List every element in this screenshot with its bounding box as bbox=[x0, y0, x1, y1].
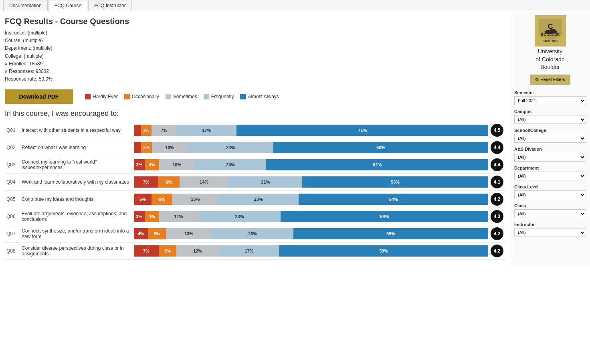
question-text: Reflect on what I was learning bbox=[20, 139, 132, 156]
bar-segment: 13% bbox=[166, 228, 212, 239]
score-badge: 4.2 bbox=[491, 193, 503, 206]
bar-segment: 4% bbox=[134, 228, 148, 239]
bar-segment: 13% bbox=[172, 194, 218, 205]
bar-segment: 7% bbox=[134, 245, 159, 257]
filter-label: A&S Division bbox=[514, 147, 586, 152]
score-badge: 4.4 bbox=[491, 141, 503, 154]
bar-segment: 60% bbox=[273, 142, 488, 153]
cu-shield-icon: C BOULDER Reset Filters bbox=[535, 15, 566, 47]
reset-btn-area: ⊗ Reset Filters bbox=[514, 75, 586, 85]
question-id: Q01 bbox=[5, 122, 20, 139]
bar-segment: 14% bbox=[180, 176, 229, 188]
bar-segment: 4% bbox=[145, 159, 159, 170]
filter-select-instructor[interactable]: (All) bbox=[514, 228, 586, 237]
bar-segment: 71% bbox=[236, 125, 488, 136]
question-id: Q05 bbox=[5, 191, 20, 208]
bar-segment: 3% bbox=[134, 159, 145, 170]
logo-area: C BOULDER Reset Filters Universityof Col… bbox=[514, 15, 586, 85]
sometimes-swatch bbox=[166, 94, 171, 99]
filter-group-a-s-division: A&S Division(All) bbox=[514, 147, 586, 162]
bar-segment bbox=[134, 142, 141, 153]
bar-cell: 3%7%17%71% 4.5 bbox=[132, 122, 505, 139]
filter-select-department[interactable]: (All) bbox=[514, 172, 586, 180]
bar-segment: 62% bbox=[266, 159, 488, 170]
tab-documentation[interactable]: Documentation bbox=[3, 0, 48, 11]
filter-label: Semester bbox=[514, 90, 586, 95]
content-area: FCQ Results - Course Questions Instructo… bbox=[0, 11, 510, 265]
bar-segment: 7% bbox=[134, 176, 158, 188]
bar-container: 7%5%12%17%59% 4.2 bbox=[134, 244, 503, 258]
filter-select-a-s-division[interactable]: (All) bbox=[514, 153, 586, 162]
bar-container: 4%5%13%23%55% 4.2 bbox=[134, 227, 503, 241]
bar-segment: 23% bbox=[198, 211, 281, 222]
bar-segment: 24% bbox=[188, 142, 273, 153]
sidebar: C BOULDER Reset Filters Universityof Col… bbox=[510, 11, 590, 265]
question-id: Q08 bbox=[5, 243, 20, 260]
filter-select-semester[interactable]: Fall 2021 bbox=[514, 96, 586, 105]
legend-occasionally-label: Occasionally bbox=[132, 94, 159, 99]
filter-select-campus[interactable]: (All) bbox=[514, 115, 586, 124]
frequently-swatch bbox=[204, 94, 209, 99]
info-rate: Response rate: 50.0% bbox=[5, 75, 505, 83]
chart-table: Q01 Interact with other students in a re… bbox=[5, 122, 505, 260]
bar-segment: 11% bbox=[159, 211, 198, 222]
bar-cell: 3%10%24%60% 4.4 bbox=[132, 139, 505, 156]
filter-group-school-college: School/College(All) bbox=[514, 128, 586, 143]
filter-select-school-college[interactable]: (All) bbox=[514, 134, 586, 143]
bar-segment: 54% bbox=[299, 194, 488, 205]
score-badge: 4.4 bbox=[491, 158, 503, 171]
page-title: FCQ Results - Course Questions bbox=[5, 17, 505, 26]
score-badge: 4.2 bbox=[491, 245, 503, 257]
question-text: Connect, synthesize, and/or transform id… bbox=[20, 225, 132, 243]
question-text: Connect my learning to "real world" issu… bbox=[20, 156, 132, 174]
filter-label: Class bbox=[514, 203, 586, 208]
table-row: Q07 Connect, synthesize, and/or transfor… bbox=[5, 225, 505, 243]
bar-segment: 10% bbox=[159, 159, 195, 170]
table-row: Q01 Interact with other students in a re… bbox=[5, 122, 505, 139]
question-id: Q03 bbox=[5, 156, 20, 174]
filter-group-department: Department(All) bbox=[514, 166, 586, 180]
reset-filters-button[interactable]: ⊗ Reset Filters bbox=[530, 75, 570, 85]
filter-label: Instructor bbox=[514, 222, 586, 227]
tab-bar: Documentation FCQ Course FCQ Instructor bbox=[0, 0, 590, 11]
bar-container: 3%4%11%23%58% 4.3 bbox=[134, 210, 503, 223]
occasionally-swatch bbox=[124, 94, 130, 99]
filter-icon: ⊗ bbox=[535, 77, 539, 82]
question-text: Consider diverse perspectives during cla… bbox=[20, 243, 132, 260]
table-row: Q08 Consider diverse perspectives during… bbox=[5, 243, 505, 260]
bar-cell: 3%4%11%23%58% 4.3 bbox=[132, 208, 505, 225]
filter-group-semester: SemesterFall 2021 bbox=[514, 90, 586, 105]
filter-group-instructor: Instructor(All) bbox=[514, 222, 586, 237]
bar-segment: 5% bbox=[159, 245, 176, 257]
tab-fcq-course[interactable]: FCQ Course bbox=[48, 0, 87, 11]
bar-segment: 5% bbox=[148, 228, 166, 239]
info-enrolled: # Enrolled: 185891 bbox=[5, 60, 505, 68]
reset-filters-label: Reset Filters bbox=[540, 77, 565, 82]
table-row: Q05 Contribute my ideas and thoughts 5%6… bbox=[5, 191, 505, 208]
info-course: Course: (multiple) bbox=[5, 37, 505, 44]
university-name: Universityof ColoradoBoulder bbox=[514, 48, 586, 71]
filter-select-class-level[interactable]: (All) bbox=[514, 190, 586, 199]
bar-segment: 4% bbox=[145, 211, 159, 222]
bar-container: 5%6%13%23%54% 4.2 bbox=[134, 192, 503, 206]
legend-occasionally: Occasionally bbox=[124, 94, 159, 99]
bar-segment: 58% bbox=[281, 211, 488, 222]
table-row: Q02 Reflect on what I was learning 3%10%… bbox=[5, 139, 505, 156]
question-text: Contribute my ideas and thoughts bbox=[20, 191, 132, 208]
bar-segment: 23% bbox=[218, 194, 299, 205]
filters-container: SemesterFall 2021Campus(All)School/Colle… bbox=[514, 90, 586, 237]
download-pdf-button[interactable]: Download PDF bbox=[5, 89, 73, 104]
filter-select-class[interactable]: (All) bbox=[514, 209, 586, 218]
bar-segment: 55% bbox=[293, 228, 488, 239]
bar-segment bbox=[134, 125, 141, 136]
filter-label: Campus bbox=[514, 109, 586, 114]
hardly-ever-swatch bbox=[85, 94, 91, 99]
score-badge: 4.5 bbox=[491, 124, 503, 137]
bar-segment: 6% bbox=[152, 194, 173, 205]
tab-fcq-instructor[interactable]: FCQ Instructor bbox=[88, 0, 132, 11]
bar-cell: 3%4%10%20%62% 4.4 bbox=[132, 156, 505, 174]
question-id: Q04 bbox=[5, 174, 20, 191]
bar-container: 7%6%14%21%53% 4.1 bbox=[134, 175, 503, 189]
filter-label: School/College bbox=[514, 128, 586, 133]
info-department: Department: (multiple) bbox=[5, 44, 505, 52]
